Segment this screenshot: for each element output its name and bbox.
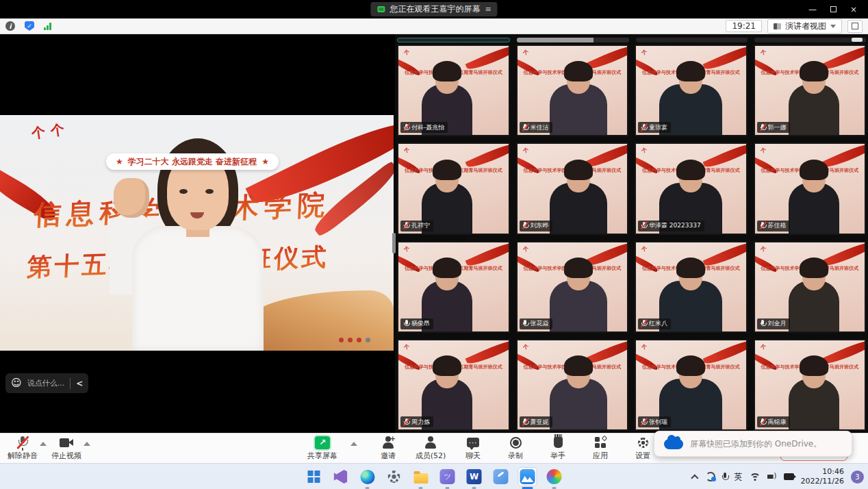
tray-mic-icon[interactable] <box>722 473 728 481</box>
participant-tile[interactable]: 个信息科学与技术学院 第十五期青马班开班仪式 刘东晔 <box>516 142 629 234</box>
volume-icon[interactable] <box>767 473 777 481</box>
meeting-info-icon[interactable]: i <box>5 21 15 31</box>
raise-hand-label: 举手 <box>550 451 565 461</box>
raised-fist <box>114 178 149 218</box>
scroll-bar-segment[interactable] <box>397 38 510 42</box>
taskbar-meeting-app[interactable] <box>519 468 537 486</box>
chat-label: 聊天 <box>465 451 481 461</box>
apps-button[interactable]: 应用 <box>585 434 616 463</box>
content-area: 个个 ★ 学习二十大 永远跟党走 奋进新征程 ★ 信息科学与技术学院 第十五期青… <box>0 34 868 433</box>
participant-tile[interactable]: 个信息科学与技术学院 第十五期青马班开班仪式 米佳洁 <box>516 45 629 136</box>
scroll-bar-segment[interactable] <box>517 38 628 42</box>
chat-quick-bar[interactable]: ☺ 说点什么... < <box>5 373 88 393</box>
sync-icon[interactable] <box>706 472 715 481</box>
taskbar-clock[interactable]: 10:46 2022/11/26 <box>801 467 844 486</box>
video-options-caret[interactable] <box>84 442 90 446</box>
participant-figure <box>789 379 839 431</box>
grid-collapse-handle[interactable] <box>852 38 863 42</box>
taskbar-settings[interactable] <box>385 468 403 486</box>
star-icon: ★ <box>116 157 123 166</box>
screen-share-banner[interactable]: 您正在观看王嘉宇的屏幕 ≡ <box>370 2 497 16</box>
participant-name-bar: 郭一娜 <box>757 122 790 133</box>
chat-input[interactable]: 说点什么... <box>27 378 65 388</box>
participant-tile[interactable]: 个信息科学与技术学院 第十五期青马班开班仪式 张花焱 <box>516 241 629 333</box>
chat-button[interactable]: ··· 聊天 <box>457 434 489 463</box>
raise-hand-button[interactable]: 举手 <box>542 434 574 463</box>
notification-badge[interactable]: 3 <box>851 471 864 484</box>
record-button[interactable]: 录制 <box>500 434 531 463</box>
participant-tile[interactable]: 个信息科学与技术学院 第十五期青马班开班仪式 萧亚妮 <box>516 339 629 431</box>
settings-gear-icon <box>388 471 400 483</box>
participant-tile[interactable]: 个信息科学与技术学院 第十五期青马班开班仪式 华泽霖 20223337 <box>635 142 748 234</box>
collapse-chat-button[interactable]: < <box>76 379 83 388</box>
participant-name: 周力炼 <box>411 418 430 427</box>
bird-decoration: 个个 <box>30 119 71 143</box>
taskbar-file-explorer[interactable] <box>412 468 430 486</box>
tray-camera-icon[interactable] <box>784 473 794 480</box>
mic-options-caret[interactable] <box>40 442 47 446</box>
taskbar-visual-studio[interactable] <box>332 468 350 486</box>
minimize-button[interactable]: — <box>802 0 823 18</box>
view-mode-label: 演讲者视图 <box>785 21 826 32</box>
grid-scroll-strip[interactable] <box>397 38 866 43</box>
taskbar-edge[interactable] <box>359 468 376 486</box>
participant-tile[interactable]: 个信息科学与技术学院 第十五期青马班开班仪式 张钊瑞 <box>635 339 748 431</box>
banner-menu-icon[interactable]: ≡ <box>485 5 490 14</box>
participant-figure <box>550 281 607 333</box>
wifi-icon[interactable] <box>750 473 761 481</box>
taskbar-notes-app[interactable] <box>492 468 510 486</box>
emoji-icon[interactable]: ☺ <box>11 378 22 388</box>
onedrive-toast[interactable]: 屏幕快照已添加到你的 OneDrive。 <box>654 431 852 457</box>
scroll-bar-segment[interactable] <box>754 38 866 42</box>
close-button[interactable]: × <box>843 0 864 18</box>
tray-overflow-chevron-icon[interactable] <box>691 474 698 481</box>
carousel-dots[interactable] <box>339 338 370 342</box>
participant-name: 郭一娜 <box>768 123 787 132</box>
participant-tile[interactable]: 个信息科学与技术学院 第十五期青马班开班仪式 童琼宴 <box>635 45 748 136</box>
participant-name: 米佳洁 <box>531 123 549 132</box>
participant-tile[interactable]: 个信息科学与技术学院 第十五期青马班开班仪式 付科-聂兆怡 <box>397 45 510 136</box>
participant-figure <box>550 379 607 431</box>
taskbar-colorful-app[interactable] <box>546 468 563 486</box>
chevron-down-icon <box>830 25 836 28</box>
participant-tile[interactable]: 个信息科学与技术学院 第十五期青马班开班仪式 郭一娜 <box>754 45 867 136</box>
invite-button[interactable]: + 邀请 <box>372 434 404 463</box>
members-icon <box>425 436 436 449</box>
participant-tile[interactable]: 个信息科学与技术学院 第十五期青马班开班仪式 红米八 <box>635 241 748 333</box>
view-mode-select[interactable]: 演讲者视图 <box>767 19 842 34</box>
share-screen-button[interactable]: ↗ 共享屏幕 <box>307 434 338 463</box>
stop-video-button[interactable]: 停止视频 <box>51 434 82 463</box>
unmute-button[interactable]: 解除静音 <box>7 434 38 463</box>
participant-tile[interactable]: 个信息科学与技术学院 第十五期青马班开班仪式 杨俊昂 <box>397 241 510 333</box>
participant-grid: 个信息科学与技术学院 第十五期青马班开班仪式 付科-聂兆怡 个信息科学与技术学院… <box>397 45 866 431</box>
mic-muted-icon <box>641 124 646 131</box>
mic-on-icon <box>761 320 765 327</box>
network-signal-icon[interactable] <box>44 23 51 30</box>
share-options-caret[interactable] <box>350 442 357 446</box>
mic-muted-icon <box>18 436 27 449</box>
colorful-app-icon <box>547 469 562 484</box>
tray-date: 2022/11/26 <box>801 477 844 486</box>
system-tray: 英 10:46 2022/11/26 3 <box>693 464 864 489</box>
windows-logo-icon <box>308 471 320 483</box>
participant-tile[interactable]: 个信息科学与技术学院 第十五期青马班开班仪式 刘金月 <box>754 241 867 333</box>
participant-name: 杨俊昂 <box>411 319 430 328</box>
mic-muted-icon <box>404 418 409 426</box>
taskbar-word[interactable]: W <box>465 468 483 486</box>
share-screen-label: 共享屏幕 <box>307 451 337 461</box>
panel-resize-handle[interactable] <box>392 233 396 253</box>
participant-name-bar: 苏佳格 <box>757 221 790 231</box>
participant-tile[interactable]: 个信息科学与技术学院 第十五期青马班开班仪式 周力炼 <box>397 339 510 431</box>
participant-tile[interactable]: 个信息科学与技术学院 第十五期青马班开班仪式 禹锦康 <box>754 339 867 431</box>
participant-tile[interactable]: 个信息科学与技术学院 第十五期青马班开班仪式 孔祥宁 <box>397 142 510 234</box>
fullscreen-button[interactable] <box>847 20 863 33</box>
gear-icon <box>638 438 648 448</box>
members-button[interactable]: 成员(52) <box>415 434 446 463</box>
security-shield-icon[interactable]: ✓ <box>25 21 34 31</box>
maximize-button[interactable] <box>823 0 843 18</box>
taskbar-purple-app[interactable]: ツ <box>439 468 457 486</box>
ime-indicator[interactable]: 英 <box>735 471 743 483</box>
scroll-bar-segment[interactable] <box>636 38 748 42</box>
participant-tile[interactable]: 个信息科学与技术学院 第十五期青马班开班仪式 苏佳格 <box>754 142 867 234</box>
start-button[interactable] <box>305 468 323 486</box>
